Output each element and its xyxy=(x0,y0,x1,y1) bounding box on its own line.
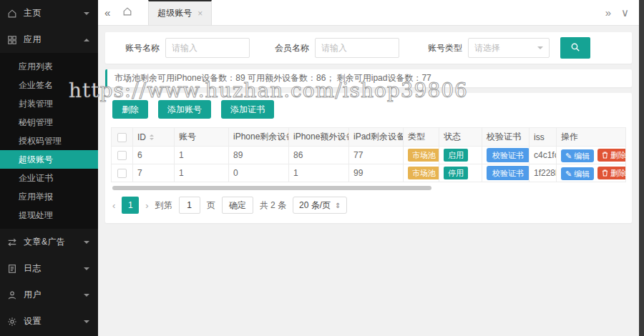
column-header: iss xyxy=(530,128,557,147)
type-badge: 市场池 xyxy=(408,149,439,162)
column-header: 操作 xyxy=(557,128,626,147)
row-checkbox[interactable] xyxy=(117,151,127,160)
scrollbar-thumb[interactable] xyxy=(112,186,431,190)
column-header: iPhone额外设备 xyxy=(289,128,349,147)
actions-cell: ✎编辑删除 xyxy=(557,147,626,164)
sort-icon[interactable] xyxy=(150,134,154,140)
id-cell: 7 xyxy=(133,164,175,182)
table-card: 删除 添加账号 添加证书 ID账号iPhone剩余设备iPhone额外设备iPa… xyxy=(105,93,632,223)
row-checkbox[interactable] xyxy=(117,169,127,178)
column-header: 校验证书 xyxy=(482,128,530,147)
select-all-checkbox[interactable] xyxy=(117,133,127,142)
iphone-remaining-cell: 0 xyxy=(229,164,289,182)
account-name-group: 账号名称 xyxy=(125,38,250,58)
sidebar-subitem[interactable]: 授权码管理 xyxy=(0,132,98,150)
row-delete-button[interactable]: 删除 xyxy=(597,167,625,179)
status-badge: 启用 xyxy=(444,149,468,162)
edit-button[interactable]: ✎编辑 xyxy=(561,167,594,180)
sidebar-item-users[interactable]: 用户 xyxy=(0,282,98,308)
add-account-button[interactable]: 添加账号 xyxy=(158,100,211,119)
chevron-down-icon xyxy=(84,267,89,273)
topbar-right: » ∨ xyxy=(605,0,639,25)
toolbar: 删除 添加账号 添加证书 xyxy=(111,100,626,119)
column-header: iPad剩余设备 xyxy=(349,128,404,147)
close-icon[interactable]: × xyxy=(197,9,203,19)
chevron-down-icon xyxy=(84,320,89,326)
column-header: 状态 xyxy=(439,128,482,147)
checkbox-cell xyxy=(112,164,133,182)
sidebar-subitem[interactable]: 企业证书 xyxy=(0,169,98,187)
pencil-icon: ✎ xyxy=(565,169,572,179)
status-cell: 停用 xyxy=(439,164,482,182)
member-name-label: 会员名称 xyxy=(275,42,309,54)
window-scrollbar[interactable] xyxy=(639,0,644,336)
iphone-extra-cell: 1 xyxy=(289,164,349,182)
iphone-extra-cell: 86 xyxy=(289,147,349,164)
verify-cert-button[interactable]: 校验证书 xyxy=(487,148,530,162)
member-name-input[interactable] xyxy=(315,38,399,58)
actions-cell: ✎编辑删除 xyxy=(557,164,626,182)
goto-suffix: 页 xyxy=(207,199,215,212)
delete-button[interactable]: 删除 xyxy=(112,100,148,119)
account-cell: 1 xyxy=(175,164,229,182)
chevron-down-icon xyxy=(84,241,89,247)
sidebar-subitem[interactable]: 应用列表 xyxy=(0,57,98,76)
ipad-remaining-cell: 99 xyxy=(349,164,404,182)
content-area: 账号名称 会员名称 账号类型 请选择 市场池剩余可用iPhone xyxy=(98,26,639,336)
tab-overflow-icon[interactable]: » xyxy=(605,7,611,18)
goto-confirm-button[interactable]: 确定 xyxy=(222,197,253,214)
account-type-label: 账号类型 xyxy=(428,42,462,54)
row-delete-button[interactable]: 删除 xyxy=(597,149,625,162)
swap-arrows-icon xyxy=(7,237,17,247)
accounts-table: ID账号iPhone剩余设备iPhone额外设备iPad剩余设备类型状态校验证书… xyxy=(111,127,626,182)
sidebar-item-label: 主页 xyxy=(24,7,84,19)
sidebar-subitem[interactable]: 应用举报 xyxy=(0,187,98,206)
app-window: 主页 应用 应用列表企业签名封装管理秘钥管理授权码管理超级账号企业证书应用举报提… xyxy=(0,0,644,336)
add-cert-button[interactable]: 添加证书 xyxy=(221,100,274,119)
topbar: « 超级账号 × » ∨ xyxy=(98,0,639,26)
sidebar-item-apps[interactable]: 应用 xyxy=(0,26,98,53)
member-name-group: 会员名称 xyxy=(275,38,399,58)
verify-cert-button[interactable]: 校验证书 xyxy=(487,166,530,180)
select-placeholder: 请选择 xyxy=(474,42,500,54)
chevron-down-icon xyxy=(84,294,89,300)
sidebar-subitem[interactable]: 企业签名 xyxy=(0,76,98,94)
sidebar-subitem[interactable]: 封装管理 xyxy=(0,94,98,113)
type-cell: 市场池 xyxy=(404,147,439,164)
page-size-select[interactable]: 20 条/页 ⇕ xyxy=(293,197,347,214)
sidebar-item-home[interactable]: 主页 xyxy=(0,0,98,26)
chevron-down-icon xyxy=(84,12,89,18)
chevron-down-icon xyxy=(537,46,543,52)
gear-icon xyxy=(7,317,17,327)
verify-cell: 校验证书 xyxy=(482,164,530,182)
sidebar-item-label: 应用 xyxy=(24,34,84,46)
sidebar-subitem[interactable]: 秘钥管理 xyxy=(0,113,98,132)
sidebar-item-articles-ads[interactable]: 文章&广告 xyxy=(0,229,98,255)
account-type-select[interactable]: 请选择 xyxy=(468,38,550,58)
goto-prefix: 到第 xyxy=(155,199,172,212)
current-page-button[interactable]: 1 xyxy=(122,197,139,214)
sidebar-subitem[interactable]: 超级账号 xyxy=(0,150,98,169)
edit-button[interactable]: ✎编辑 xyxy=(561,149,594,162)
sidebar-item-logs[interactable]: 日志 xyxy=(0,255,98,282)
quota-banner: 市场池剩余可用iPhone设备数：89 可用额外设备数：86； 剩余可用ipad… xyxy=(105,69,632,87)
tab-menu-chevron-icon[interactable]: ∨ xyxy=(621,7,629,18)
pencil-icon: ✎ xyxy=(565,151,572,161)
collapse-sidebar-icon[interactable]: « xyxy=(98,7,117,18)
column-header: 账号 xyxy=(175,128,229,147)
tab-super-account[interactable]: 超级账号 × xyxy=(148,0,212,25)
prev-page-icon[interactable]: ‹ xyxy=(112,200,115,211)
goto-page-input[interactable] xyxy=(179,197,200,214)
checkbox-cell xyxy=(112,147,133,164)
type-badge: 市场池 xyxy=(408,167,439,179)
table-row: 61898677市场池启用校验证书c4c1fc✎编辑删除 xyxy=(112,147,626,164)
next-page-icon[interactable]: › xyxy=(145,200,148,211)
tab-label: 超级账号 xyxy=(157,7,192,19)
account-cell: 1 xyxy=(175,147,229,164)
sidebar-item-settings[interactable]: 设置 xyxy=(0,308,98,335)
account-name-input[interactable] xyxy=(165,38,250,58)
sidebar-subitem[interactable]: 提现处理 xyxy=(0,206,98,224)
document-icon xyxy=(7,264,17,274)
home-tab-icon[interactable] xyxy=(117,6,138,19)
search-button[interactable] xyxy=(560,37,590,59)
